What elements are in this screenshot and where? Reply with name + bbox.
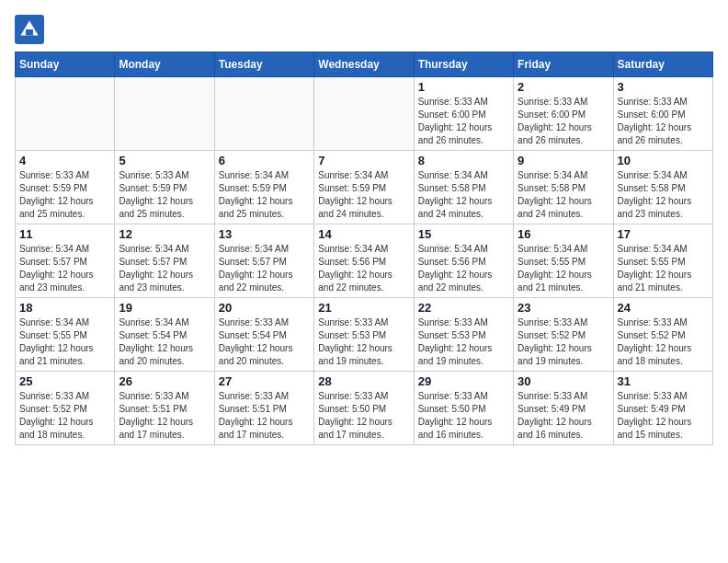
- calendar-cell: 26Sunrise: 5:33 AM Sunset: 5:51 PM Dayli…: [115, 372, 214, 445]
- calendar-cell: 11Sunrise: 5:34 AM Sunset: 5:57 PM Dayli…: [16, 224, 115, 298]
- day-number: 22: [418, 301, 509, 315]
- calendar-cell: 12Sunrise: 5:34 AM Sunset: 5:57 PM Dayli…: [115, 224, 214, 298]
- weekday-header-saturday: Saturday: [613, 52, 712, 77]
- day-number: 16: [518, 227, 609, 241]
- calendar-cell: 16Sunrise: 5:34 AM Sunset: 5:55 PM Dayli…: [514, 224, 613, 298]
- day-info: Sunrise: 5:34 AM Sunset: 5:59 PM Dayligh…: [219, 169, 310, 221]
- day-number: 25: [19, 374, 110, 388]
- day-number: 15: [418, 227, 509, 241]
- svg-rect-2: [26, 29, 33, 35]
- calendar-week-1: 1Sunrise: 5:33 AM Sunset: 6:00 PM Daylig…: [16, 77, 713, 151]
- day-number: 5: [119, 154, 210, 167]
- day-info: Sunrise: 5:34 AM Sunset: 5:59 PM Dayligh…: [318, 169, 409, 221]
- calendar-cell: 29Sunrise: 5:33 AM Sunset: 5:50 PM Dayli…: [414, 372, 513, 445]
- day-info: Sunrise: 5:34 AM Sunset: 5:55 PM Dayligh…: [618, 243, 709, 294]
- day-info: Sunrise: 5:34 AM Sunset: 5:57 PM Dayligh…: [119, 243, 210, 294]
- day-number: 4: [19, 154, 110, 167]
- day-info: Sunrise: 5:33 AM Sunset: 5:53 PM Dayligh…: [418, 316, 509, 368]
- day-info: Sunrise: 5:33 AM Sunset: 5:59 PM Dayligh…: [119, 169, 210, 221]
- calendar-cell: 13Sunrise: 5:34 AM Sunset: 5:57 PM Dayli…: [214, 224, 313, 298]
- calendar-cell: 22Sunrise: 5:33 AM Sunset: 5:53 PM Dayli…: [414, 298, 513, 372]
- day-info: Sunrise: 5:34 AM Sunset: 5:55 PM Dayligh…: [19, 316, 110, 368]
- day-number: 6: [219, 154, 310, 167]
- calendar-cell: 15Sunrise: 5:34 AM Sunset: 5:56 PM Dayli…: [414, 224, 513, 298]
- day-info: Sunrise: 5:34 AM Sunset: 5:58 PM Dayligh…: [518, 169, 609, 221]
- day-number: 14: [318, 227, 409, 241]
- calendar-cell: 21Sunrise: 5:33 AM Sunset: 5:53 PM Dayli…: [314, 298, 414, 372]
- day-number: 12: [119, 227, 210, 241]
- calendar-cell: 27Sunrise: 5:33 AM Sunset: 5:51 PM Dayli…: [214, 372, 313, 445]
- day-info: Sunrise: 5:33 AM Sunset: 5:59 PM Dayligh…: [19, 169, 110, 221]
- weekday-header-thursday: Thursday: [414, 52, 513, 77]
- day-number: 20: [219, 301, 310, 315]
- logo: [15, 15, 48, 44]
- day-info: Sunrise: 5:33 AM Sunset: 6:00 PM Dayligh…: [418, 96, 509, 147]
- calendar-cell: 18Sunrise: 5:34 AM Sunset: 5:55 PM Dayli…: [16, 298, 115, 372]
- weekday-header-tuesday: Tuesday: [214, 52, 313, 77]
- calendar-cell: [214, 77, 313, 151]
- calendar-cell: 8Sunrise: 5:34 AM Sunset: 5:58 PM Daylig…: [414, 151, 513, 224]
- day-info: Sunrise: 5:34 AM Sunset: 5:56 PM Dayligh…: [318, 243, 409, 294]
- day-info: Sunrise: 5:34 AM Sunset: 5:58 PM Dayligh…: [618, 169, 709, 221]
- day-info: Sunrise: 5:33 AM Sunset: 5:52 PM Dayligh…: [19, 390, 110, 442]
- day-info: Sunrise: 5:33 AM Sunset: 5:53 PM Dayligh…: [318, 316, 409, 368]
- day-info: Sunrise: 5:33 AM Sunset: 5:52 PM Dayligh…: [518, 316, 609, 368]
- weekday-header-sunday: Sunday: [16, 52, 115, 77]
- day-info: Sunrise: 5:33 AM Sunset: 5:50 PM Dayligh…: [318, 390, 409, 442]
- calendar-cell: 23Sunrise: 5:33 AM Sunset: 5:52 PM Dayli…: [514, 298, 613, 372]
- day-info: Sunrise: 5:34 AM Sunset: 5:54 PM Dayligh…: [119, 316, 210, 368]
- calendar-week-2: 4Sunrise: 5:33 AM Sunset: 5:59 PM Daylig…: [16, 151, 713, 224]
- day-info: Sunrise: 5:33 AM Sunset: 5:52 PM Dayligh…: [618, 316, 709, 368]
- day-number: 7: [318, 154, 409, 167]
- calendar-cell: 20Sunrise: 5:33 AM Sunset: 5:54 PM Dayli…: [214, 298, 313, 372]
- day-number: 29: [418, 374, 509, 388]
- day-info: Sunrise: 5:33 AM Sunset: 5:54 PM Dayligh…: [219, 316, 310, 368]
- calendar-cell: 17Sunrise: 5:34 AM Sunset: 5:55 PM Dayli…: [613, 224, 712, 298]
- day-number: 3: [618, 80, 709, 94]
- calendar-cell: 14Sunrise: 5:34 AM Sunset: 5:56 PM Dayli…: [314, 224, 414, 298]
- day-number: 17: [618, 227, 709, 241]
- day-number: 10: [618, 154, 709, 167]
- day-number: 2: [518, 80, 609, 94]
- day-info: Sunrise: 5:33 AM Sunset: 5:49 PM Dayligh…: [618, 390, 709, 442]
- calendar-cell: 10Sunrise: 5:34 AM Sunset: 5:58 PM Dayli…: [613, 151, 712, 224]
- day-number: 26: [119, 374, 210, 388]
- calendar-cell: 3Sunrise: 5:33 AM Sunset: 6:00 PM Daylig…: [613, 77, 712, 151]
- calendar-cell: [314, 77, 414, 151]
- day-info: Sunrise: 5:33 AM Sunset: 6:00 PM Dayligh…: [518, 96, 609, 147]
- day-number: 1: [418, 80, 509, 94]
- logo-icon: [15, 15, 44, 44]
- day-number: 21: [318, 301, 409, 315]
- day-info: Sunrise: 5:33 AM Sunset: 5:51 PM Dayligh…: [219, 390, 310, 442]
- calendar-cell: 1Sunrise: 5:33 AM Sunset: 6:00 PM Daylig…: [414, 77, 513, 151]
- calendar-cell: 24Sunrise: 5:33 AM Sunset: 5:52 PM Dayli…: [613, 298, 712, 372]
- day-info: Sunrise: 5:34 AM Sunset: 5:56 PM Dayligh…: [418, 243, 509, 294]
- calendar-cell: 2Sunrise: 5:33 AM Sunset: 6:00 PM Daylig…: [514, 77, 613, 151]
- weekday-header-monday: Monday: [115, 52, 214, 77]
- day-number: 28: [318, 374, 409, 388]
- calendar-cell: 30Sunrise: 5:33 AM Sunset: 5:49 PM Dayli…: [514, 372, 613, 445]
- day-number: 11: [19, 227, 110, 241]
- day-info: Sunrise: 5:34 AM Sunset: 5:57 PM Dayligh…: [219, 243, 310, 294]
- day-info: Sunrise: 5:34 AM Sunset: 5:57 PM Dayligh…: [19, 243, 110, 294]
- day-number: 9: [518, 154, 609, 167]
- day-info: Sunrise: 5:33 AM Sunset: 5:51 PM Dayligh…: [119, 390, 210, 442]
- day-number: 18: [19, 301, 110, 315]
- day-number: 13: [219, 227, 310, 241]
- calendar-cell: 5Sunrise: 5:33 AM Sunset: 5:59 PM Daylig…: [115, 151, 214, 224]
- calendar-cell: 19Sunrise: 5:34 AM Sunset: 5:54 PM Dayli…: [115, 298, 214, 372]
- calendar-week-3: 11Sunrise: 5:34 AM Sunset: 5:57 PM Dayli…: [16, 224, 713, 298]
- calendar-cell: 9Sunrise: 5:34 AM Sunset: 5:58 PM Daylig…: [514, 151, 613, 224]
- calendar-cell: 28Sunrise: 5:33 AM Sunset: 5:50 PM Dayli…: [314, 372, 414, 445]
- day-info: Sunrise: 5:33 AM Sunset: 5:50 PM Dayligh…: [418, 390, 509, 442]
- calendar-cell: 25Sunrise: 5:33 AM Sunset: 5:52 PM Dayli…: [16, 372, 115, 445]
- day-number: 19: [119, 301, 210, 315]
- calendar-cell: 6Sunrise: 5:34 AM Sunset: 5:59 PM Daylig…: [214, 151, 313, 224]
- day-info: Sunrise: 5:34 AM Sunset: 5:58 PM Dayligh…: [418, 169, 509, 221]
- weekday-header-row: SundayMondayTuesdayWednesdayThursdayFrid…: [16, 52, 713, 77]
- calendar-cell: 4Sunrise: 5:33 AM Sunset: 5:59 PM Daylig…: [16, 151, 115, 224]
- day-info: Sunrise: 5:33 AM Sunset: 6:00 PM Dayligh…: [618, 96, 709, 147]
- day-number: 8: [418, 154, 509, 167]
- day-info: Sunrise: 5:33 AM Sunset: 5:49 PM Dayligh…: [518, 390, 609, 442]
- day-number: 31: [618, 374, 709, 388]
